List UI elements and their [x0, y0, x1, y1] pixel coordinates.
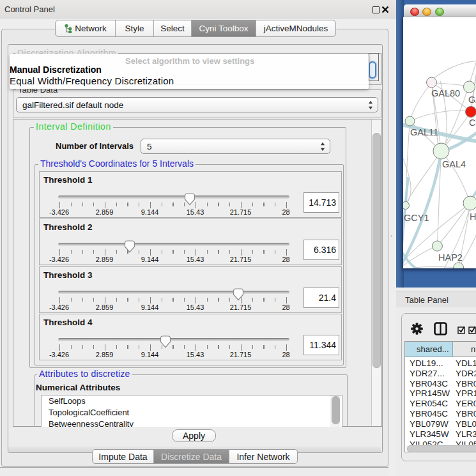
svg-text:GCY1: GCY1 [404, 213, 429, 223]
svg-text:GAL11: GAL11 [410, 127, 438, 137]
svg-text:CY: CY [469, 118, 476, 128]
svg-text:HAP2: HAP2 [438, 252, 463, 263]
svg-text:GAL4: GAL4 [442, 159, 466, 169]
svg-text:H: H [470, 211, 476, 222]
svg-text:GA: GA [468, 95, 476, 105]
svg-text:GAL80: GAL80 [431, 88, 460, 98]
